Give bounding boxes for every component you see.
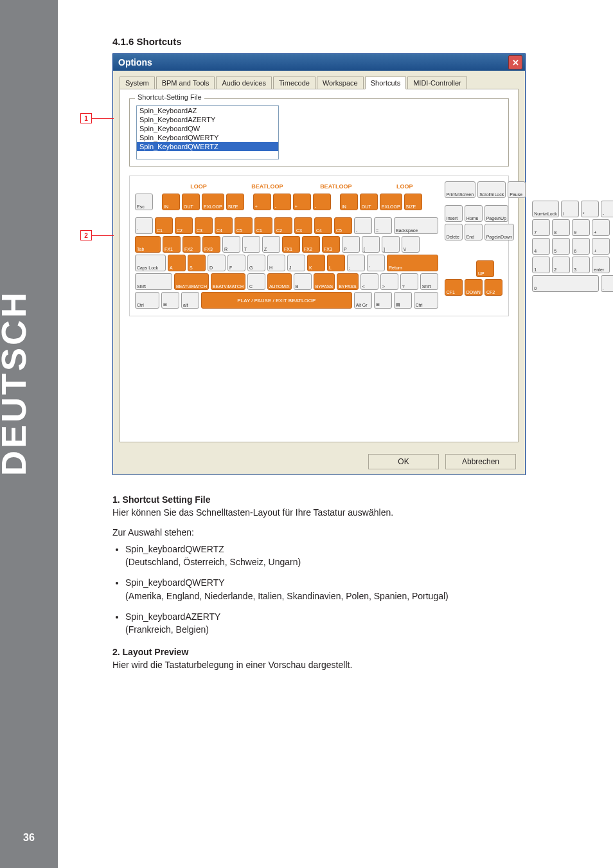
kb-label-beatloop-l: BEATLOOP <box>234 181 301 192</box>
kb-key: D <box>208 255 226 271</box>
kb-key: - <box>354 217 372 234</box>
kb-key: C4 <box>314 217 332 234</box>
kb-key: ⊞ <box>161 292 179 309</box>
dialog-buttons: OK Abbrechen <box>113 449 525 475</box>
tab-workspace[interactable]: Workspace <box>317 77 364 89</box>
kb-key: enter <box>592 257 610 273</box>
kb-key: 7 <box>532 219 550 236</box>
kb-key: ▤ <box>394 292 412 309</box>
kb-key: FX1 <box>163 236 181 253</box>
kb-key: ; <box>347 255 365 271</box>
shortcut-file-listbox[interactable]: Spin_KeyboardAZ Spin_KeyboardAZERTY Spin… <box>136 105 279 159</box>
kb-key: BEAT\nMATCH <box>211 273 245 290</box>
kb-key: Z <box>262 236 280 253</box>
tab-timecode[interactable]: Timecode <box>273 77 315 89</box>
keyboard-preview: LOOP BEATLOOP BEATLOOP LOOP Esc IN OUT E… <box>129 176 509 316</box>
kb-key: Home <box>465 205 483 222</box>
kb-key: C5 <box>235 217 253 234</box>
list-item-title: Spin_keyboardQWERTZ <box>125 544 224 554</box>
list-item[interactable]: Spin_KeyboardQWERTY <box>137 133 278 142</box>
kb-key: \\ <box>402 236 420 253</box>
kb-key: C1 <box>254 217 272 234</box>
kb-key: Tab <box>135 236 161 253</box>
kb-key: + <box>253 194 271 210</box>
kb-key: OUT <box>182 194 200 210</box>
kb-key: AUTOMIX <box>267 273 292 290</box>
dialog-title: Options <box>118 57 152 68</box>
callout-1: 1 <box>80 113 114 123</box>
kb-key: OUT <box>360 194 378 210</box>
shortcut-file-group: Shortcut-Setting File Spin_KeyboardAZ Sp… <box>129 98 509 167</box>
tab-panel: Shortcut-Setting File Spin_KeyboardAZ Sp… <box>120 89 519 442</box>
kb-key: FX1 <box>282 236 300 253</box>
kb-key: F <box>227 255 245 271</box>
kb-key: C4 <box>215 217 233 234</box>
list-item-selected[interactable]: Spin_KeyboardQWERTZ <box>137 142 278 151</box>
kb-key: + <box>293 194 311 210</box>
kb-key: Pause <box>508 181 526 198</box>
list-item-title: Spin_keyboardAZERTY <box>125 611 220 622</box>
kb-key: SIZE <box>404 194 422 210</box>
kb-label-loop-l: LOOP <box>165 181 232 192</box>
kb-key: SIZE <box>226 194 244 210</box>
list-item: Spin_keyboardAZERTY (Frankreich, Belgien… <box>125 610 562 637</box>
list-item-sub: (Amerika, England, Niederlande, Italien,… <box>125 591 449 601</box>
kb-key: Ctrl <box>135 292 159 309</box>
kb-key: < <box>360 273 378 290</box>
list-item[interactable]: Spin_KeyboardQW <box>137 124 278 133</box>
kb-key: L <box>327 255 345 271</box>
kb-key: Return <box>387 255 438 271</box>
kb-key: EXLOOP <box>380 194 402 210</box>
kb-key: + <box>592 219 610 236</box>
tab-audio[interactable]: Audio devices <box>216 77 272 89</box>
tab-midi[interactable]: MIDI-Controller <box>407 77 467 89</box>
kb-key: C1 <box>155 217 173 234</box>
cancel-button[interactable]: Abbrechen <box>445 454 516 469</box>
tab-shortcuts[interactable]: Shortcuts <box>365 77 406 89</box>
kb-key: 2 <box>552 257 570 273</box>
kb-key: Delete <box>445 224 463 240</box>
kb-key: Shift <box>135 273 172 290</box>
kb-label-beatloop-r: BEATLOOP <box>303 181 369 192</box>
dialog-titlebar: Options ✕ <box>113 54 525 71</box>
kb-key: Alt Gr <box>354 292 372 309</box>
list-item[interactable]: Spin_KeyboardAZERTY <box>137 115 278 124</box>
close-icon[interactable]: ✕ <box>508 55 522 69</box>
kb-key: A <box>168 255 186 271</box>
kb-key: Scroll\nLock <box>477 181 506 198</box>
kb-key: ' <box>367 255 385 271</box>
kb-spacebar: PLAY / PAUSE / EXIT BEATLOOP <box>201 292 352 309</box>
kb-key: Caps Lock <box>135 255 166 271</box>
kb-key: * <box>581 201 599 217</box>
kb-key: Page\nUp <box>484 205 508 222</box>
kb-key: - <box>273 194 291 210</box>
kb-key: C5 <box>334 217 352 234</box>
kb-key: K <box>307 255 325 271</box>
kb-key: 5 <box>552 238 570 255</box>
kb-key: C2 <box>175 217 193 234</box>
callout-1-num: 1 <box>80 113 92 123</box>
tab-bpm[interactable]: BPM and Tools <box>156 77 215 89</box>
kb-key: 0 <box>532 275 598 292</box>
kb-key: ⊞ <box>374 292 392 309</box>
kb-key: alt <box>181 292 199 309</box>
options-dialog: Options ✕ System BPM and Tools Audio dev… <box>112 53 526 475</box>
kb-key: Ctrl <box>414 292 438 309</box>
list-item: Spin_keyboardQWERTZ (Deutschland, Österr… <box>125 543 562 569</box>
tab-system[interactable]: System <box>120 77 155 89</box>
body-text: 1. Shortcut Setting File Hier können Sie… <box>112 493 562 671</box>
kb-key: [ <box>362 236 380 253</box>
kb-key: B <box>294 273 312 290</box>
kb-key: 8 <box>552 219 570 236</box>
kb-key: - <box>601 201 613 217</box>
paragraph: Hier wird die Tastaturbelegung in einer … <box>112 658 562 671</box>
kb-key: - <box>313 194 331 210</box>
list-item[interactable]: Spin_KeyboardAZ <box>137 106 278 115</box>
kb-key: + <box>592 238 610 255</box>
tab-strip: System BPM and Tools Audio devices Timec… <box>120 76 519 89</box>
ok-button[interactable]: OK <box>368 454 439 469</box>
kb-key: FX2 <box>302 236 320 253</box>
kb-key: Num\nLock <box>532 201 558 217</box>
callout-line <box>92 118 114 119</box>
kb-key: BEAT\nMATCH <box>174 273 209 290</box>
